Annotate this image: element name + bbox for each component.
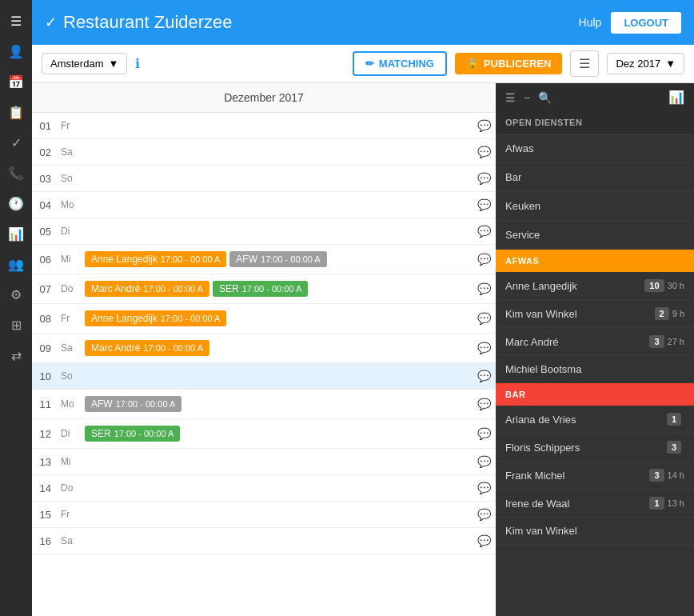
table-row[interactable]: 08 Fr Anne Langedijk 17:00 - 00:00 A 💬 bbox=[32, 304, 496, 334]
nav-icon-check[interactable]: ✓ bbox=[2, 128, 30, 157]
comment-icon[interactable]: 💬 bbox=[477, 508, 491, 521]
service-item[interactable]: Keuken bbox=[496, 192, 694, 221]
row-comment: 💬 bbox=[473, 274, 496, 304]
table-row[interactable]: 01 Fr 💬 bbox=[32, 113, 496, 139]
table-row[interactable]: 05 Di 💬 bbox=[32, 218, 496, 245]
shift-badge[interactable]: Anne Langedijk 17:00 - 00:00 A bbox=[85, 251, 226, 267]
day-name: Fr bbox=[56, 113, 80, 139]
comment-icon[interactable]: 💬 bbox=[477, 398, 491, 410]
row-comment: 💬 bbox=[473, 502, 496, 528]
table-row[interactable]: 10 So 💬 bbox=[32, 363, 496, 390]
nav-icon-calendar[interactable]: 📅 bbox=[2, 67, 30, 96]
table-row[interactable]: 12 Di SER 17:00 - 00:00 A 💬 bbox=[32, 419, 496, 449]
publiceren-button[interactable]: 🔒 PUBLICEREN bbox=[455, 53, 563, 74]
menu-icon-button[interactable]: ☰ bbox=[570, 50, 599, 77]
comment-icon[interactable]: 💬 bbox=[477, 225, 491, 238]
table-row[interactable]: 16 Sa 💬 bbox=[32, 528, 496, 554]
shift-cell bbox=[80, 192, 473, 218]
table-row[interactable]: 11 Mo AFW 17:00 - 00:00 A 💬 bbox=[32, 390, 496, 419]
nav-icon-menu[interactable]: ☰ bbox=[2, 6, 30, 35]
comment-icon[interactable]: 💬 bbox=[477, 427, 491, 440]
shift-name: SER bbox=[219, 283, 239, 294]
shift-badge[interactable]: AFW 17:00 - 00:00 A bbox=[229, 251, 326, 267]
person-hours: 27 h bbox=[668, 337, 684, 346]
rp-chart-icon[interactable]: 📊 bbox=[668, 90, 684, 105]
bar-person-item[interactable]: Kim van Winkel bbox=[496, 518, 694, 545]
comment-icon[interactable]: 💬 bbox=[477, 172, 491, 185]
afwas-person-item[interactable]: Marc André 3 27 h bbox=[496, 328, 694, 356]
comment-icon[interactable]: 💬 bbox=[477, 146, 491, 158]
rp-search-icon[interactable]: 🔍 bbox=[538, 91, 552, 104]
rp-minus-icon[interactable]: − bbox=[524, 91, 530, 104]
shift-badge[interactable]: AFW 17:00 - 00:00 A bbox=[85, 396, 181, 412]
bar-person-item[interactable]: Floris Schippers 3 bbox=[496, 434, 694, 462]
shift-cell bbox=[80, 363, 473, 390]
info-icon[interactable]: ℹ bbox=[135, 56, 140, 71]
afwas-person-item[interactable]: Michiel Bootsma bbox=[496, 356, 694, 383]
shift-cell bbox=[80, 139, 473, 166]
day-number: 15 bbox=[32, 502, 56, 528]
comment-icon[interactable]: 💬 bbox=[477, 253, 491, 266]
table-row[interactable]: 03 So 💬 bbox=[32, 166, 496, 192]
matching-button[interactable]: ✏ MATCHING bbox=[353, 51, 447, 76]
service-item[interactable]: Bar bbox=[496, 163, 694, 192]
row-comment: 💬 bbox=[473, 475, 496, 502]
nav-icon-users[interactable]: 👥 bbox=[2, 250, 30, 278]
nav-icon-time[interactable]: 🕐 bbox=[2, 189, 30, 218]
comment-icon[interactable]: 💬 bbox=[477, 198, 491, 211]
table-row[interactable]: 15 Fr 💬 bbox=[32, 502, 496, 528]
bar-person-item[interactable]: Frank Michel 3 14 h bbox=[496, 462, 694, 490]
table-row[interactable]: 09 Sa Marc André 17:00 - 00:00 A 💬 bbox=[32, 334, 496, 363]
nav-icon-phone[interactable]: 📞 bbox=[2, 158, 30, 187]
table-row[interactable]: 13 Mi 💬 bbox=[32, 449, 496, 475]
person-count: 3 bbox=[667, 441, 681, 454]
shift-cell: Anne Langedijk 17:00 - 00:00 A bbox=[80, 304, 473, 334]
afwas-person-item[interactable]: Anne Langedijk 10 30 h bbox=[496, 272, 694, 300]
person-name: Floris Schippers bbox=[505, 442, 667, 454]
top-header: ✓ Restaurant Zuiderzee Hulp LOGOUT bbox=[32, 0, 694, 45]
row-comment: 💬 bbox=[473, 139, 496, 166]
table-row[interactable]: 04 Mo 💬 bbox=[32, 192, 496, 218]
table-row[interactable]: 06 Mi Anne Langedijk 17:00 - 00:00 A AFW… bbox=[32, 245, 496, 274]
bar-person-item[interactable]: Irene de Waal 1 13 h bbox=[496, 490, 694, 518]
nav-icon-settings[interactable]: ⚙ bbox=[2, 280, 30, 309]
shift-cell bbox=[80, 449, 473, 475]
rp-menu-icon[interactable]: ☰ bbox=[505, 91, 516, 104]
table-row[interactable]: 14 Do 💬 bbox=[32, 475, 496, 502]
shift-badge[interactable]: SER 17:00 - 00:00 A bbox=[85, 426, 180, 442]
person-count: 3 bbox=[649, 469, 664, 482]
comment-icon[interactable]: 💬 bbox=[477, 534, 491, 547]
shift-cell: SER 17:00 - 00:00 A bbox=[80, 419, 473, 449]
nav-icon-apps[interactable]: ⊞ bbox=[2, 310, 30, 339]
comment-icon[interactable]: 💬 bbox=[477, 312, 491, 325]
row-comment: 💬 bbox=[473, 390, 496, 419]
comment-icon[interactable]: 💬 bbox=[477, 455, 491, 468]
row-comment: 💬 bbox=[473, 304, 496, 334]
logout-button[interactable]: LOGOUT bbox=[611, 12, 681, 34]
nav-icon-profile[interactable]: 👤 bbox=[2, 37, 30, 66]
shift-badge[interactable]: SER 17:00 - 00:00 A bbox=[213, 281, 308, 297]
comment-icon[interactable]: 💬 bbox=[477, 482, 491, 494]
location-select[interactable]: Amsterdam ▼ bbox=[42, 53, 127, 74]
table-row[interactable]: 02 Sa 💬 bbox=[32, 139, 496, 166]
day-name: Fr bbox=[56, 502, 80, 528]
service-item[interactable]: Service bbox=[496, 221, 694, 250]
comment-icon[interactable]: 💬 bbox=[477, 119, 491, 132]
row-comment: 💬 bbox=[473, 363, 496, 390]
shift-badge[interactable]: Marc André 17:00 - 00:00 A bbox=[85, 340, 209, 356]
hulp-button[interactable]: Hulp bbox=[579, 16, 602, 29]
shift-badge[interactable]: Anne Langedijk 17:00 - 00:00 A bbox=[85, 310, 226, 326]
nav-icon-transfer[interactable]: ⇄ bbox=[2, 341, 30, 370]
comment-icon[interactable]: 💬 bbox=[477, 342, 491, 354]
shift-badge[interactable]: Marc André 17:00 - 00:00 A bbox=[85, 281, 209, 297]
month-dropdown-icon: ▼ bbox=[665, 58, 676, 70]
comment-icon[interactable]: 💬 bbox=[477, 370, 491, 382]
afwas-person-item[interactable]: Kim van Winkel 2 9 h bbox=[496, 300, 694, 328]
bar-person-item[interactable]: Ariana de Vries 1 bbox=[496, 406, 694, 434]
service-item[interactable]: Afwas bbox=[496, 134, 694, 163]
comment-icon[interactable]: 💬 bbox=[477, 282, 491, 295]
nav-icon-list[interactable]: 📋 bbox=[2, 98, 30, 126]
month-selector[interactable]: Dez 2017 ▼ bbox=[607, 53, 684, 74]
table-row[interactable]: 07 Do Marc André 17:00 - 00:00 A SER 17:… bbox=[32, 274, 496, 304]
nav-icon-grid[interactable]: 📊 bbox=[2, 219, 30, 248]
